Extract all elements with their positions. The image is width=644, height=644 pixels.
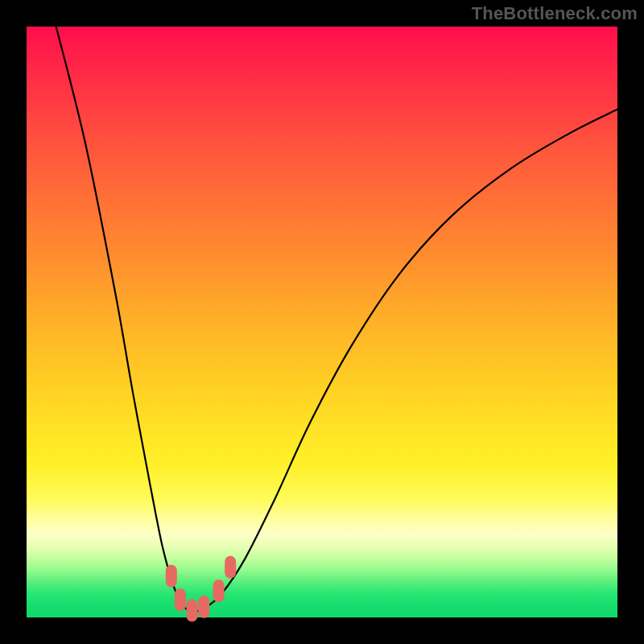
curve-marker bbox=[166, 565, 177, 588]
attribution-label: TheBottleneck.com bbox=[472, 3, 638, 24]
curve-marker bbox=[198, 596, 209, 618]
curve-marker bbox=[213, 580, 225, 602]
chart-frame: TheBottleneck.com bbox=[0, 0, 644, 644]
curve-marker bbox=[225, 556, 236, 579]
curve-marker bbox=[175, 588, 186, 611]
plot-area bbox=[27, 27, 617, 617]
curve-marker bbox=[187, 599, 198, 621]
bottleneck-curve bbox=[56, 27, 617, 612]
curve-layer bbox=[27, 27, 617, 617]
